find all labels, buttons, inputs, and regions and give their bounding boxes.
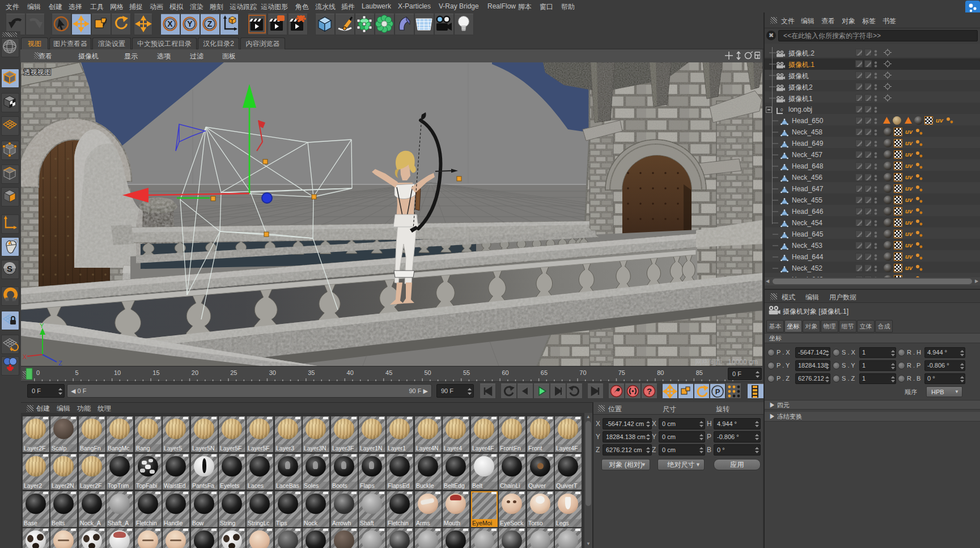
svg-text:P: P [715,387,720,396]
svg-text:30: 30 [269,369,276,376]
svg-text:20: 20 [192,369,198,376]
svg-text:25: 25 [230,369,237,376]
svg-text:X: X [23,353,27,360]
svg-text:网格间距 10000 cm: 网格间距 10000 cm [695,358,758,366]
svg-text:85: 85 [696,369,703,376]
svg-text:Y: Y [40,322,44,329]
svg-text:65: 65 [541,369,548,376]
svg-text:60: 60 [502,369,508,376]
svg-text:45: 45 [385,369,392,376]
svg-text:0: 0 [36,369,40,376]
svg-text:40: 40 [347,369,354,376]
svg-text:Z: Z [207,19,213,28]
svg-text:55: 55 [463,369,470,376]
svg-text:50: 50 [425,369,431,376]
svg-text:15: 15 [152,369,159,376]
svg-text:S: S [7,264,12,273]
svg-text:70: 70 [579,369,586,376]
svg-text:75: 75 [618,369,625,376]
svg-text:X: X [167,19,173,28]
svg-text:35: 35 [308,369,315,376]
svg-text:0: 0 [780,107,783,112]
svg-text:Y: Y [187,19,193,28]
svg-text:80: 80 [657,369,664,376]
svg-text:10: 10 [114,369,121,376]
svg-text:透视视图: 透视视图 [24,68,51,76]
svg-text:5: 5 [75,369,78,376]
svg-text:Z: Z [58,360,62,366]
svg-text:?: ? [647,386,652,396]
